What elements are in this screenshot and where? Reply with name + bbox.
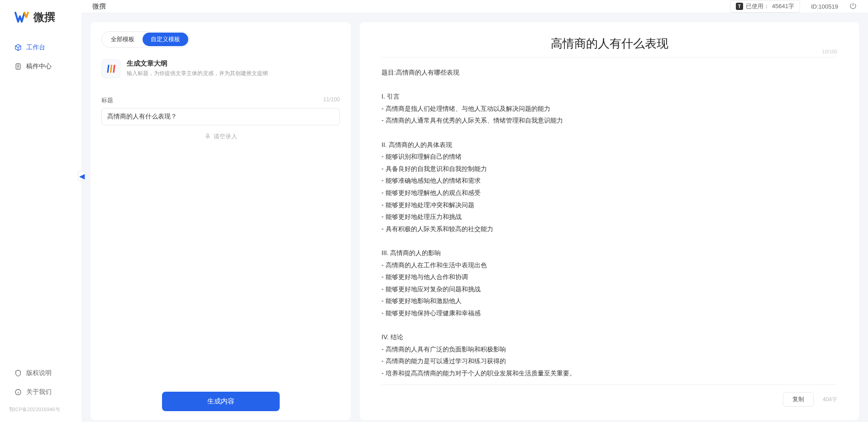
field-label-row: 标题 11/100 xyxy=(101,96,340,104)
nav-item-copyright[interactable]: 版权说明 xyxy=(9,365,72,382)
cube-icon xyxy=(14,44,22,51)
nav-item-workbench[interactable]: 工作台 xyxy=(9,39,72,56)
topbar-right: T 已使用： 45641字 ID:100519 xyxy=(730,0,857,13)
usage-value: 45641字 xyxy=(772,2,794,10)
nav-item-about[interactable]: 关于我们 xyxy=(9,384,72,401)
shield-icon xyxy=(14,370,22,377)
tab-all-templates[interactable]: 全部模板 xyxy=(103,33,143,46)
chevron-left-icon: ◀ xyxy=(79,172,85,180)
field-label: 标题 xyxy=(101,96,113,104)
template-title: 生成文章大纲 xyxy=(127,59,268,68)
title-input[interactable] xyxy=(101,108,340,125)
nav-label: 稿件中心 xyxy=(26,62,52,71)
nav-label: 关于我们 xyxy=(26,388,52,396)
text-icon: T xyxy=(736,3,743,10)
icp-text: 鄂ICP备2022016946号 xyxy=(0,403,81,413)
result-title-counter: 10/100 xyxy=(822,49,837,54)
field-counter: 11/100 xyxy=(323,96,340,104)
info-icon xyxy=(14,389,22,396)
template-info: 生成文章大纲 输入标题，为你提供文章主体的灵感，并为其创建推文提纲 xyxy=(127,59,268,77)
tab-custom-templates[interactable]: 自定义模板 xyxy=(143,33,188,46)
nav: 工作台 稿件中心 xyxy=(0,39,81,365)
result-body[interactable]: 题目:高情商的人有哪些表现 I. 引言 - 高情商是指人们处理情绪、与他人互动以… xyxy=(382,66,837,379)
divider xyxy=(382,57,837,57)
sidebar: 微撰 工作台 稿件中心 版权说明 xyxy=(0,0,81,422)
generate-button[interactable]: 生成内容 xyxy=(162,392,280,411)
result-title: 高情商的人有什么表现 xyxy=(382,36,837,52)
template-card: 生成文章大纲 输入标题，为你提供文章主体的灵感，并为其创建推文提纲 xyxy=(101,57,340,87)
nav-label: 版权说明 xyxy=(26,369,52,377)
svg-rect-2 xyxy=(207,133,209,136)
topbar: 微撰 T 已使用： 45641字 ID:100519 xyxy=(81,0,868,13)
usage-prefix: 已使用： xyxy=(746,2,769,10)
result-header: 高情商的人有什么表现 10/100 xyxy=(382,36,837,52)
page-title: 微撰 xyxy=(92,2,106,11)
right-panel: 高情商的人有什么表现 10/100 题目:高情商的人有哪些表现 I. 引言 - … xyxy=(360,22,859,420)
template-desc: 输入标题，为你提供文章主体的灵感，并为其创建推文提纲 xyxy=(127,70,268,77)
nav-item-drafts[interactable]: 稿件中心 xyxy=(9,58,72,75)
logo-text: 微撰 xyxy=(33,10,55,24)
main: 微撰 T 已使用： 45641字 ID:100519 全部模板 自定义模板 xyxy=(81,0,868,422)
document-icon xyxy=(14,63,22,70)
logo: 微撰 xyxy=(0,9,81,39)
user-id: ID:100519 xyxy=(811,3,838,10)
copy-button[interactable]: 复制 xyxy=(783,392,814,407)
char-count: 404字 xyxy=(823,396,837,403)
voice-input-button[interactable]: 请空录入 xyxy=(101,125,340,148)
voice-hint: 请空录入 xyxy=(214,133,237,141)
usage-badge[interactable]: T 已使用： 45641字 xyxy=(730,0,800,13)
template-tabs: 全部模板 自定义模板 xyxy=(101,31,190,47)
content: 全部模板 自定义模板 生成文章大纲 输入标题，为你提供文章主体的灵感，并为其创建… xyxy=(81,13,868,422)
app-root: 微撰 工作台 稿件中心 版权说明 xyxy=(0,0,868,422)
result-footer: 复制 404字 xyxy=(382,384,837,407)
left-panel-footer: 生成内容 xyxy=(101,383,340,411)
left-panel: 全部模板 自定义模板 生成文章大纲 输入标题，为你提供文章主体的灵感，并为其创建… xyxy=(91,22,351,420)
template-icon xyxy=(101,59,120,78)
microphone-icon xyxy=(205,133,211,141)
sidebar-footer: 版权说明 关于我们 xyxy=(0,365,81,403)
logo-icon xyxy=(14,9,30,25)
sidebar-collapse-toggle[interactable]: ◀ xyxy=(78,171,86,181)
nav-label: 工作台 xyxy=(26,43,45,52)
power-icon[interactable] xyxy=(849,2,857,11)
